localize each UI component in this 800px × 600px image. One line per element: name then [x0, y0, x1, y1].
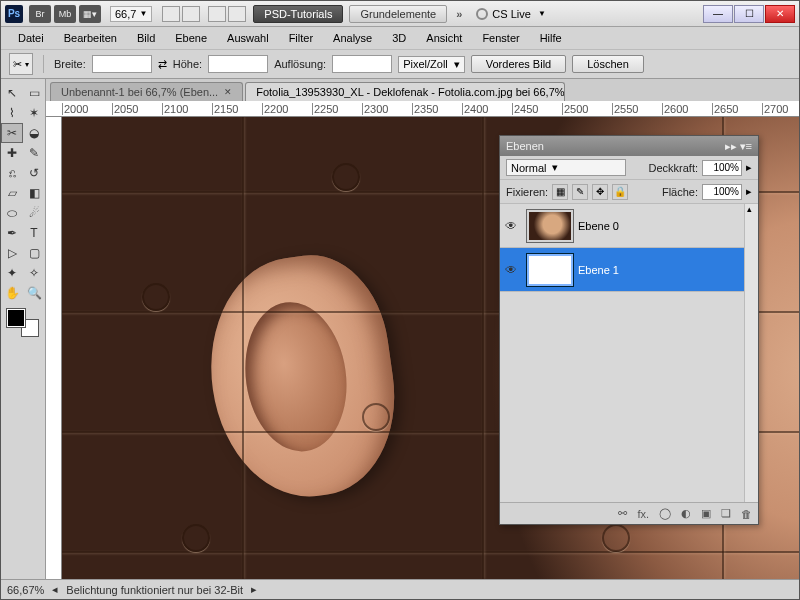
grundelemente-workspace[interactable]: Grundelemente — [349, 5, 447, 23]
crop-tool[interactable]: ✂ — [1, 123, 23, 143]
layer-thumbnail[interactable] — [526, 253, 574, 287]
layer-name[interactable]: Ebene 1 — [578, 264, 619, 276]
opacity-input[interactable] — [702, 160, 742, 176]
current-tool-icon[interactable]: ✂▾ — [9, 53, 33, 75]
fill-input[interactable] — [702, 184, 742, 200]
status-nav-right-icon[interactable]: ▸ — [251, 583, 257, 596]
shape-tool[interactable]: ▢ — [23, 243, 45, 263]
menu-fenster[interactable]: Fenster — [473, 30, 528, 46]
blur-tool[interactable]: ⬭ — [1, 203, 23, 223]
lasso-tool[interactable]: ⌇ — [1, 103, 23, 123]
zoom-tool[interactable]: 🔍 — [23, 283, 45, 303]
status-zoom[interactable]: 66,67% — [7, 584, 44, 596]
menu-datei[interactable]: Datei — [9, 30, 53, 46]
layers-panel-header[interactable]: Ebenen ▸▸▾≡ — [500, 136, 758, 156]
lock-transparent-icon[interactable]: ▦ — [552, 184, 568, 200]
swap-wh-icon[interactable]: ⇄ — [158, 58, 167, 71]
layer-name[interactable]: Ebene 0 — [578, 220, 619, 232]
doc-tab-1[interactable]: Unbenannt-1 bei 66,7% (Eben...✕ — [50, 82, 243, 101]
resolution-label: Auflösung: — [274, 58, 326, 70]
hand-tool[interactable]: ✋ — [1, 283, 23, 303]
marquee-tool[interactable]: ▭ — [23, 83, 45, 103]
group-icon[interactable]: ▣ — [701, 507, 711, 520]
menu-bild[interactable]: Bild — [128, 30, 164, 46]
status-nav-left-icon[interactable]: ◂ — [52, 583, 58, 596]
new-layer-icon[interactable]: ❏ — [721, 507, 731, 520]
menu-bar: Datei Bearbeiten Bild Ebene Auswahl Filt… — [1, 27, 799, 49]
brush-tool[interactable]: ✎ — [23, 143, 45, 163]
close-button[interactable]: ✕ — [765, 5, 795, 23]
width-input[interactable] — [92, 55, 152, 73]
app-icon: Ps — [5, 5, 23, 23]
menu-bearbeiten[interactable]: Bearbeiten — [55, 30, 126, 46]
screen-mode[interactable] — [208, 6, 246, 22]
3d-camera-tool[interactable]: ✧ — [23, 263, 45, 283]
delete-layer-icon[interactable]: 🗑 — [741, 508, 752, 520]
layer-thumbnail[interactable] — [526, 209, 574, 243]
pen-tool[interactable]: ✒ — [1, 223, 23, 243]
dropdown-icon[interactable]: ▸ — [746, 185, 752, 198]
menu-analyse[interactable]: Analyse — [324, 30, 381, 46]
path-select-tool[interactable]: ▷ — [1, 243, 23, 263]
cs-live-button[interactable]: CS Live▼ — [476, 8, 545, 20]
3d-tool[interactable]: ✦ — [1, 263, 23, 283]
resolution-unit-select[interactable]: Pixel/Zoll — [398, 56, 465, 73]
layer-mask-icon[interactable]: ◯ — [659, 507, 671, 520]
resolution-input[interactable] — [332, 55, 392, 73]
bridge-button[interactable]: Br — [29, 5, 51, 23]
type-tool[interactable]: T — [23, 223, 45, 243]
panel-menu-icon[interactable]: ▾≡ — [740, 140, 752, 153]
panel-collapse-icon[interactable]: ▸▸ — [725, 140, 737, 153]
arrange-documents[interactable] — [162, 6, 200, 22]
maximize-button[interactable]: ☐ — [734, 5, 764, 23]
options-bar: ✂▾ Breite: ⇄ Höhe: Auflösung: Pixel/Zoll… — [1, 49, 799, 79]
menu-filter[interactable]: Filter — [280, 30, 322, 46]
minibridge-button[interactable]: Mb — [54, 5, 76, 23]
dodge-tool[interactable]: ☄ — [23, 203, 45, 223]
eraser-tool[interactable]: ▱ — [1, 183, 23, 203]
close-tab-icon[interactable]: ✕ — [224, 87, 232, 97]
lock-paint-icon[interactable]: ✎ — [572, 184, 588, 200]
dropdown-icon[interactable]: ▸ — [746, 161, 752, 174]
minimize-button[interactable]: — — [703, 5, 733, 23]
visibility-toggle-icon[interactable]: 👁 — [500, 219, 522, 233]
gradient-tool[interactable]: ◧ — [23, 183, 45, 203]
menu-ebene[interactable]: Ebene — [166, 30, 216, 46]
stamp-tool[interactable]: ⎌ — [1, 163, 23, 183]
blend-mode-select[interactable]: Normal — [506, 159, 626, 176]
width-label: Breite: — [54, 58, 86, 70]
clear-button[interactable]: Löschen — [572, 55, 644, 73]
front-image-button[interactable]: Vorderes Bild — [471, 55, 566, 73]
height-input[interactable] — [208, 55, 268, 73]
status-message: Belichtung funktioniert nur bei 32-Bit — [66, 584, 243, 596]
fill-label: Fläche: — [662, 186, 698, 198]
psd-tutorials-button[interactable]: PSD-Tutorials — [253, 5, 343, 23]
adjustment-layer-icon[interactable]: ◐ — [681, 507, 691, 520]
lock-label: Fixieren: — [506, 186, 548, 198]
zoom-level-dropdown[interactable]: 66,7▼ — [110, 6, 152, 22]
foreground-color[interactable] — [7, 309, 25, 327]
menu-auswahl[interactable]: Auswahl — [218, 30, 278, 46]
color-swatches[interactable] — [7, 309, 39, 337]
menu-hilfe[interactable]: Hilfe — [531, 30, 571, 46]
quick-select-tool[interactable]: ✶ — [23, 103, 45, 123]
history-brush-tool[interactable]: ↺ — [23, 163, 45, 183]
layer-row-selected[interactable]: 👁 Ebene 1 — [500, 248, 758, 292]
link-layers-icon[interactable]: ⚯ — [618, 507, 627, 520]
extras-dropdown[interactable]: ▦▾ — [79, 5, 101, 23]
move-tool[interactable]: ↖ — [1, 83, 23, 103]
layer-row[interactable]: 👁 Ebene 0 — [500, 204, 758, 248]
scrollbar[interactable] — [744, 204, 758, 502]
lock-all-icon[interactable]: 🔒 — [612, 184, 628, 200]
eyedropper-tool[interactable]: ◒ — [23, 123, 45, 143]
lock-move-icon[interactable]: ✥ — [592, 184, 608, 200]
visibility-toggle-icon[interactable]: 👁 — [500, 263, 522, 277]
layer-fx-icon[interactable]: fx. — [637, 508, 649, 520]
layers-panel[interactable]: Ebenen ▸▸▾≡ Normal Deckkraft: ▸ Fixieren… — [499, 135, 759, 525]
healing-tool[interactable]: ✚ — [1, 143, 23, 163]
title-bar: Ps Br Mb ▦▾ 66,7▼ PSD-Tutorials Grundele… — [1, 1, 799, 27]
menu-3d[interactable]: 3D — [383, 30, 415, 46]
workspace-more-icon[interactable]: » — [456, 8, 462, 20]
menu-ansicht[interactable]: Ansicht — [417, 30, 471, 46]
doc-tab-2[interactable]: Fotolia_13953930_XL - Deklofenak - Fotol… — [245, 82, 565, 101]
